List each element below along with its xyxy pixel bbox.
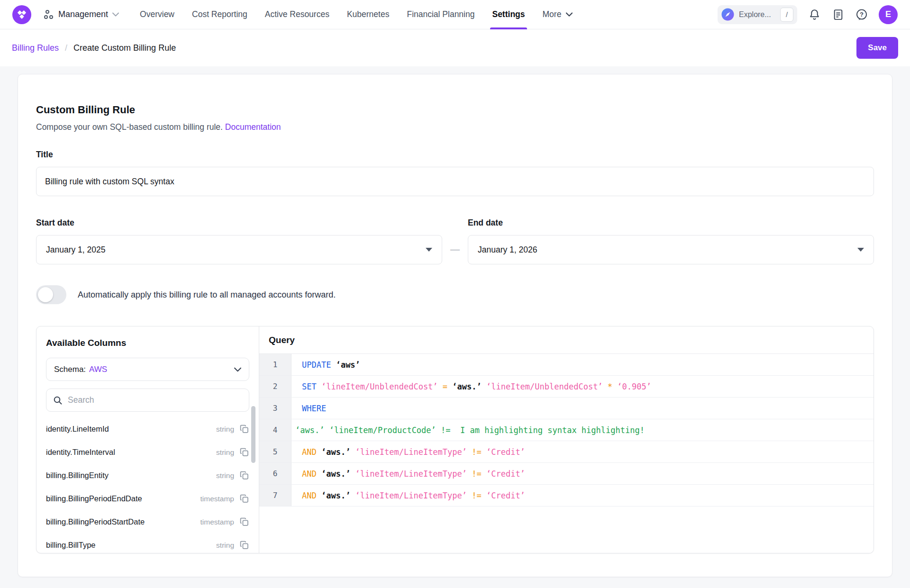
org-icon: [44, 9, 54, 20]
column-name: identity.LineItemId: [46, 425, 216, 434]
end-date-select[interactable]: January 1, 2026: [468, 235, 874, 264]
chevron-down-icon: [112, 12, 119, 17]
column-list-item[interactable]: billing.BillTypestring: [46, 534, 249, 553]
copy-column-button[interactable]: [239, 494, 249, 504]
start-date-select[interactable]: January 1, 2025: [36, 235, 442, 264]
top-navigation: Management OverviewCost ReportingActive …: [0, 0, 910, 29]
docs-button[interactable]: [831, 8, 845, 21]
column-type: string: [216, 541, 234, 550]
nav-item-overview[interactable]: Overview: [140, 0, 174, 29]
column-list-item[interactable]: billing.BillingEntitystring: [46, 464, 249, 487]
line-number: 3: [259, 398, 291, 419]
chevron-down-icon: [234, 367, 241, 372]
columns-scrollbar[interactable]: [251, 406, 255, 463]
code-token-id: ‘aws’: [331, 360, 360, 370]
code-content: AND ‘aws.’ ‘lineItem/LineItemType’ != ‘C…: [291, 485, 874, 506]
schema-select[interactable]: Schema:AWS: [46, 358, 249, 381]
nav-item-cost-reporting[interactable]: Cost Reporting: [192, 0, 247, 29]
code-token-op: AND: [302, 469, 317, 479]
line-number: 4: [259, 419, 291, 441]
code-token-str: ‘Credit’: [482, 447, 525, 457]
code-token-str: ‘lineItem/LineItemType’: [350, 469, 467, 479]
code-token-id: ‘aws.’: [447, 382, 482, 391]
help-button[interactable]: ?: [855, 8, 868, 21]
query-heading: Query: [269, 335, 295, 345]
code-line[interactable]: 7AND ‘aws.’ ‘lineItem/LineItemType’ != ‘…: [259, 485, 874, 507]
nav-item-settings[interactable]: Settings: [492, 0, 525, 29]
line-number: 6: [259, 463, 291, 484]
columns-search-input[interactable]: [68, 395, 242, 405]
workspace-switcher[interactable]: Management: [44, 9, 119, 20]
code-line[interactable]: 6AND ‘aws.’ ‘lineItem/LineItemType’ != ‘…: [259, 463, 874, 485]
date-range-separator: —: [450, 244, 460, 255]
copy-column-button[interactable]: [239, 470, 249, 480]
columns-search: [46, 389, 249, 412]
nav-more-menu[interactable]: More: [543, 9, 573, 19]
start-date-label: Start date: [36, 218, 74, 227]
code-token-op: !=: [467, 447, 482, 457]
copy-icon: [239, 494, 249, 504]
vantage-logo[interactable]: [12, 5, 31, 24]
query-editor[interactable]: 1UPDATE ‘aws’2SET ‘lineItem/UnblendedCos…: [259, 354, 874, 507]
column-type: string: [216, 425, 234, 434]
page-header: Billing Rules / Create Custom Billing Ru…: [0, 29, 910, 66]
toggle-knob: [38, 287, 53, 302]
nav-item-financial-planning[interactable]: Financial Planning: [407, 0, 474, 29]
available-columns-heading: Available Columns: [46, 338, 249, 348]
column-name: billing.BillingEntity: [46, 471, 216, 480]
card-description-text: Compose your own SQL-based custom billin…: [36, 122, 223, 132]
copy-icon: [239, 470, 249, 480]
search-icon: [53, 396, 63, 405]
column-list-item[interactable]: billing.BillingPeriodEndDatetimestamp: [46, 487, 249, 510]
code-line[interactable]: 4‘aws.’ ‘lineItem/ProductCode’ != I am h…: [259, 419, 874, 441]
query-header: Query: [259, 326, 874, 354]
explore-shortcut-badge: /: [780, 8, 793, 22]
documentation-link[interactable]: Documentation: [225, 122, 281, 132]
code-token-id: ‘aws.’: [317, 469, 351, 479]
notifications-button[interactable]: [808, 8, 821, 21]
code-token-str: ‘lineItem/UnblendedCost’: [317, 382, 438, 391]
column-type: string: [216, 471, 234, 480]
explore-search[interactable]: Explore... /: [718, 5, 797, 24]
card-description: Compose your own SQL-based custom billin…: [36, 122, 874, 132]
code-content: ‘aws.’ ‘lineItem/ProductCode’ != I am hi…: [291, 419, 874, 441]
copy-column-button[interactable]: [239, 424, 249, 434]
nav-right-cluster: Explore... / ? E: [718, 5, 898, 24]
column-name: billing.BillingPeriodStartDate: [46, 517, 200, 526]
available-columns-panel: Available Columns Schema:AWS: [36, 326, 259, 553]
schema-select-value: Schema:AWS: [54, 365, 107, 374]
vantage-logo-glyph: [17, 9, 27, 20]
copy-column-button[interactable]: [239, 447, 249, 457]
nav-more-label: More: [543, 9, 562, 19]
start-date-value: January 1, 2025: [46, 245, 106, 255]
code-line[interactable]: 2SET ‘lineItem/UnblendedCost’ = ‘aws.’ ‘…: [259, 376, 874, 398]
code-token-id: ‘aws.’: [317, 491, 351, 500]
copy-icon: [239, 424, 249, 434]
code-line[interactable]: 1UPDATE ‘aws’: [259, 354, 874, 376]
query-editor-empty-area[interactable]: [259, 507, 874, 553]
copy-column-button[interactable]: [239, 540, 249, 550]
column-list-item[interactable]: billing.BillingPeriodStartDatetimestamp: [46, 510, 249, 534]
code-content: AND ‘aws.’ ‘lineItem/LineItemType’ != ‘C…: [291, 441, 874, 462]
line-number: 1: [259, 354, 291, 375]
nav-item-kubernetes[interactable]: Kubernetes: [347, 0, 390, 29]
user-avatar[interactable]: E: [879, 5, 898, 24]
title-input[interactable]: [36, 167, 874, 196]
code-line[interactable]: 5AND ‘aws.’ ‘lineItem/LineItemType’ != ‘…: [259, 441, 874, 463]
nav-item-active-resources[interactable]: Active Resources: [265, 0, 329, 29]
column-list-item[interactable]: identity.LineItemIdstring: [46, 417, 249, 441]
save-button[interactable]: Save: [856, 37, 898, 59]
select-caret-icon: [857, 248, 864, 252]
select-caret-icon: [426, 248, 432, 252]
schema-value: AWS: [89, 365, 107, 374]
auto-apply-row: Automatically apply this billing rule to…: [36, 285, 874, 304]
column-type: string: [216, 448, 234, 457]
query-builder: Available Columns Schema:AWS: [36, 326, 874, 553]
column-list-item[interactable]: identity.TimeIntervalstring: [46, 441, 249, 464]
breadcrumb-parent-link[interactable]: Billing Rules: [12, 43, 59, 53]
copy-column-button[interactable]: [239, 517, 249, 527]
auto-apply-toggle[interactable]: [36, 285, 66, 304]
end-date-label: End date: [468, 218, 503, 227]
code-line[interactable]: 3WHERE: [259, 398, 874, 419]
line-number: 7: [259, 485, 291, 506]
